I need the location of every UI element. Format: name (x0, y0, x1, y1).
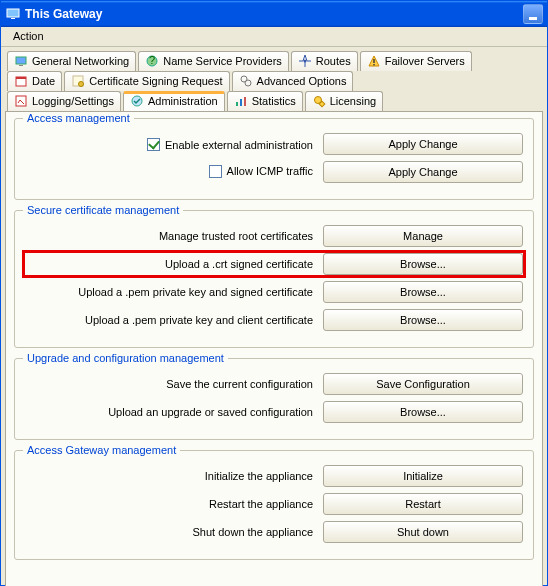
row-upload-pem-signed: Upload a .pem private key and signed cer… (25, 281, 523, 303)
tab-label: Failover Servers (385, 55, 465, 67)
label-restart: Restart the appliance (25, 498, 313, 510)
group-secure: Secure certificate management Manage tru… (14, 210, 534, 348)
upload-pem-signed-button[interactable]: Browse... (323, 281, 523, 303)
titlebar: This Gateway (1, 1, 547, 27)
administration-icon (130, 94, 144, 108)
upload-pem-client-button[interactable]: Browse... (323, 309, 523, 331)
row-manage-root-certs: Manage trusted root certificatesManage (25, 225, 523, 247)
shutdown-button[interactable]: Shut down (323, 521, 523, 543)
tab-logging[interactable]: Logging/Settings (7, 91, 121, 111)
label-shutdown: Shut down the appliance (25, 526, 313, 538)
row-upload-crt: Upload a .crt signed certificateBrowse..… (25, 253, 523, 275)
tab-label: Certificate Signing Request (89, 75, 222, 87)
csr-icon (71, 74, 85, 88)
svg-rect-7 (373, 59, 374, 63)
initialize-button[interactable]: Initialize (323, 465, 523, 487)
minimize-button[interactable] (523, 4, 543, 24)
legend-secure: Secure certificate management (23, 204, 183, 216)
tab-routes[interactable]: Routes (291, 51, 358, 71)
date-icon (14, 74, 28, 88)
tab-csr[interactable]: Certificate Signing Request (64, 71, 229, 91)
label-upload-pem-client: Upload a .pem private key and client cer… (25, 314, 313, 326)
tab-label: Administration (148, 95, 218, 107)
svg-rect-10 (16, 77, 26, 79)
tab-label: Logging/Settings (32, 95, 114, 107)
logging-icon (14, 94, 28, 108)
manage-root-certs-button[interactable]: Manage (323, 225, 523, 247)
enable-external-admin-label: Enable external administration (165, 139, 313, 151)
row-restart: Restart the applianceRestart (25, 493, 523, 515)
allow-icmp-label: Allow ICMP traffic (227, 165, 313, 177)
label-initialize: Initialize the appliance (25, 470, 313, 482)
tab-label: Name Service Providers (163, 55, 282, 67)
admin-panel: Access management Enable external admini… (5, 111, 543, 586)
statistics-icon (234, 94, 248, 108)
tab-label: Routes (316, 55, 351, 67)
row-upload-config: Upload an upgrade or saved configuration… (25, 401, 523, 423)
group-access: Access management Enable external admini… (14, 118, 534, 200)
checkbox-icon (209, 165, 222, 178)
label-manage-root-certs: Manage trusted root certificates (25, 230, 313, 242)
tab-administration[interactable]: Administration (123, 91, 225, 111)
tab-licensing[interactable]: Licensing (305, 91, 383, 111)
apply-change-button-1[interactable]: Apply Change (323, 133, 523, 155)
tab-advanced[interactable]: Advanced Options (232, 71, 354, 91)
save-config-button[interactable]: Save Configuration (323, 373, 523, 395)
label-upload-pem-signed: Upload a .pem private key and signed cer… (25, 286, 313, 298)
svg-rect-1 (11, 18, 15, 19)
svg-rect-3 (19, 65, 23, 66)
restart-button[interactable]: Restart (323, 493, 523, 515)
tab-general-networking[interactable]: General Networking (7, 51, 136, 71)
general-networking-icon (14, 54, 28, 68)
checkbox-icon (147, 138, 160, 151)
svg-point-12 (79, 82, 84, 87)
tab-label: Licensing (330, 95, 376, 107)
legend-access: Access management (23, 112, 134, 124)
svg-rect-19 (244, 97, 246, 106)
tab-label: General Networking (32, 55, 129, 67)
legend-gateway: Access Gateway management (23, 444, 180, 456)
row-save-config: Save the current configurationSave Confi… (25, 373, 523, 395)
window: This Gateway Action General Networking?N… (0, 0, 548, 586)
tab-label: Statistics (252, 95, 296, 107)
legend-upgrade: Upgrade and configuration management (23, 352, 228, 364)
name-service-icon: ? (145, 54, 159, 68)
svg-rect-17 (236, 102, 238, 106)
tab-label: Advanced Options (257, 75, 347, 87)
svg-rect-2 (16, 57, 26, 64)
advanced-icon (239, 74, 253, 88)
tab-failover[interactable]: Failover Servers (360, 51, 472, 71)
enable-external-admin-checkbox[interactable]: Enable external administration (147, 138, 313, 151)
monitor-icon (5, 6, 21, 22)
group-gateway: Access Gateway management Initialize the… (14, 450, 534, 560)
label-save-config: Save the current configuration (25, 378, 313, 390)
svg-rect-0 (7, 9, 19, 17)
row-shutdown: Shut down the applianceShut down (25, 521, 523, 543)
svg-point-6 (303, 60, 306, 63)
svg-rect-8 (373, 64, 374, 65)
failover-icon (367, 54, 381, 68)
apply-change-button-2[interactable]: Apply Change (323, 161, 523, 183)
menubar: Action (1, 27, 547, 47)
upload-crt-button[interactable]: Browse... (323, 253, 523, 275)
window-title: This Gateway (25, 7, 523, 21)
row-initialize: Initialize the applianceInitialize (25, 465, 523, 487)
row-upload-pem-client: Upload a .pem private key and client cer… (25, 309, 523, 331)
licensing-icon (312, 94, 326, 108)
svg-text:?: ? (149, 54, 155, 66)
group-upgrade: Upgrade and configuration management Sav… (14, 358, 534, 440)
tab-label: Date (32, 75, 55, 87)
svg-point-14 (245, 80, 251, 86)
label-upload-config: Upload an upgrade or saved configuration (25, 406, 313, 418)
menu-action[interactable]: Action (7, 29, 50, 43)
allow-icmp-checkbox[interactable]: Allow ICMP traffic (209, 165, 313, 178)
tab-statistics[interactable]: Statistics (227, 91, 303, 111)
label-upload-crt: Upload a .crt signed certificate (25, 258, 313, 270)
upload-config-button[interactable]: Browse... (323, 401, 523, 423)
svg-rect-18 (240, 99, 242, 106)
tabstrip: General Networking?Name Service Provider… (1, 47, 547, 111)
routes-icon (298, 54, 312, 68)
tab-date[interactable]: Date (7, 71, 62, 91)
tab-name-service[interactable]: ?Name Service Providers (138, 51, 289, 71)
